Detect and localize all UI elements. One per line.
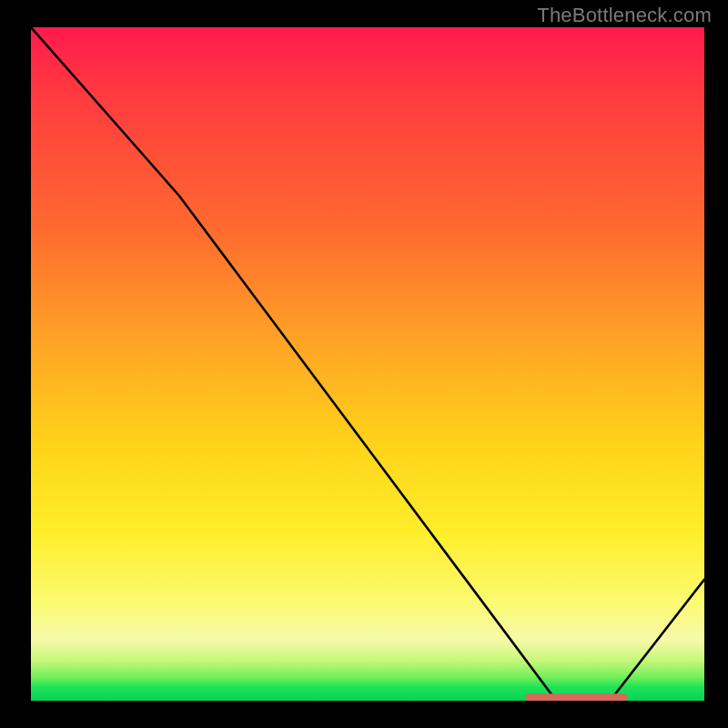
bottleneck-curve-path [31, 27, 704, 701]
chart-plot-area [31, 27, 704, 701]
chart-stage: TheBottleneck.com [0, 0, 728, 728]
chart-overlay [31, 27, 704, 701]
watermark-text: TheBottleneck.com [537, 4, 712, 27]
